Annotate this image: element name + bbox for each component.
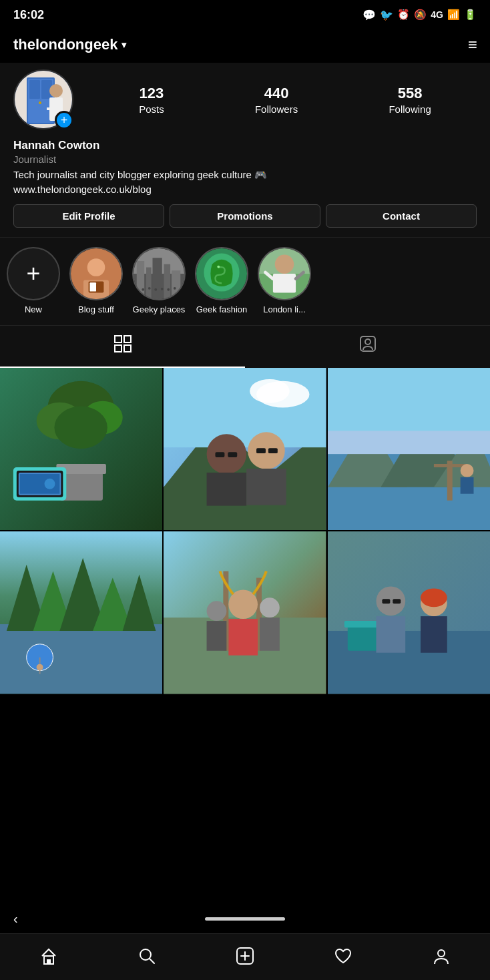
- svg-rect-10: [56, 107, 63, 110]
- story-item-new[interactable]: + New: [7, 247, 60, 314]
- edit-profile-button[interactable]: Edit Profile: [13, 204, 164, 228]
- avatar-container[interactable]: +: [13, 69, 73, 130]
- story-circle-blog: [69, 247, 123, 300]
- profile-link[interactable]: www.thelondongeek.co.uk/blog: [13, 184, 477, 195]
- svg-rect-22: [172, 270, 180, 299]
- grid-img-1: [0, 368, 162, 530]
- promotions-button[interactable]: Promotions: [170, 204, 320, 228]
- add-story-button[interactable]: +: [55, 111, 73, 130]
- search-icon: [138, 947, 156, 970]
- followers-stat[interactable]: 440 Followers: [255, 85, 298, 115]
- status-time: 16:02: [13, 8, 44, 22]
- story-circle-geeky: [132, 247, 186, 300]
- following-label: Following: [389, 103, 431, 115]
- profile-section: + 123 Posts 440 Followers 558 Following …: [0, 63, 490, 237]
- svg-rect-83: [0, 624, 162, 694]
- posts-stat[interactable]: 123 Posts: [139, 85, 164, 115]
- profile-name: Hannah Cowton: [13, 139, 477, 152]
- back-arrow-icon[interactable]: ‹: [13, 911, 18, 927]
- menu-button[interactable]: ≡: [468, 37, 477, 53]
- svg-rect-65: [207, 473, 247, 506]
- home-indicator[interactable]: [205, 917, 285, 921]
- tagged-icon: [359, 335, 377, 357]
- story-item-blog[interactable]: Blog stuff: [69, 247, 123, 314]
- svg-rect-4: [29, 80, 40, 99]
- posts-label: Posts: [139, 103, 164, 115]
- svg-rect-15: [90, 282, 97, 291]
- nav-home[interactable]: [39, 947, 58, 970]
- twitter-icon: 🐦: [380, 9, 393, 21]
- new-story-dot: [52, 292, 59, 299]
- nav-search[interactable]: [138, 947, 156, 970]
- story-item-fashion[interactable]: Geek fashion: [195, 247, 248, 314]
- grid-img-2: [164, 368, 326, 530]
- stories-row: + New Blog stuff: [7, 247, 483, 314]
- svg-point-34: [275, 255, 294, 274]
- svg-rect-102: [260, 618, 280, 651]
- story-item-geeky[interactable]: Geeky places: [132, 247, 186, 314]
- svg-rect-9: [47, 107, 53, 110]
- svg-rect-18: [137, 261, 144, 299]
- home-icon: [39, 947, 58, 970]
- svg-point-12: [87, 258, 105, 276]
- profile-icon: [432, 947, 451, 970]
- add-icon: [236, 947, 254, 970]
- svg-rect-21: [164, 264, 171, 299]
- grid-cell-3[interactable]: [328, 368, 490, 530]
- svg-rect-41: [124, 345, 131, 352]
- followers-label: Followers: [255, 103, 298, 115]
- status-bar: 16:02 💬 🐦 ⏰ 🔕 4G 📶 🔋: [0, 0, 490, 29]
- photo-grid: [0, 368, 490, 694]
- svg-point-7: [49, 84, 63, 97]
- username-dropdown[interactable]: thelondongeek ▾: [13, 36, 126, 53]
- add-story-icon: +: [26, 262, 40, 286]
- story-item-london[interactable]: London li...: [258, 247, 311, 314]
- profile-stats: 123 Posts 440 Followers 558 Following: [93, 85, 477, 115]
- grid-icon: [114, 335, 132, 357]
- svg-rect-76: [328, 368, 490, 434]
- grid-img-6: [328, 531, 490, 694]
- story-label-fashion: Geek fashion: [196, 304, 248, 314]
- grid-img-4: [0, 531, 162, 694]
- svg-point-27: [167, 288, 170, 291]
- svg-rect-20: [153, 258, 162, 299]
- nav-activity[interactable]: [334, 947, 352, 970]
- story-label-london: London li...: [263, 304, 306, 314]
- grid-cell-1[interactable]: [0, 368, 162, 530]
- profile-top: + 123 Posts 440 Followers 558 Following: [13, 69, 477, 130]
- svg-point-107: [376, 587, 405, 616]
- story-img-fashion: [196, 247, 247, 300]
- svg-point-113: [421, 589, 447, 607]
- story-circle-new: +: [7, 247, 60, 300]
- svg-rect-111: [382, 599, 390, 604]
- svg-rect-40: [115, 345, 121, 352]
- svg-point-63: [207, 434, 247, 474]
- heart-icon: [334, 947, 352, 970]
- nav-profile[interactable]: [432, 947, 451, 970]
- svg-rect-77: [328, 431, 490, 454]
- contact-button[interactable]: Contact: [326, 204, 477, 228]
- mute-icon: 🔕: [414, 9, 427, 21]
- posts-count: 123: [140, 85, 164, 102]
- svg-point-62: [250, 379, 290, 403]
- following-stat[interactable]: 558 Following: [389, 85, 431, 115]
- grid-cell-5[interactable]: [164, 531, 326, 694]
- action-buttons: Edit Profile Promotions Contact: [13, 204, 477, 228]
- svg-rect-70: [268, 448, 278, 453]
- followers-count: 440: [264, 85, 289, 102]
- tab-tagged[interactable]: [245, 326, 490, 368]
- grid-cell-6[interactable]: [328, 531, 490, 694]
- svg-point-31: [217, 266, 220, 268]
- grid-cell-2[interactable]: [164, 368, 326, 530]
- signal-icon: 📶: [447, 9, 460, 21]
- nav-add[interactable]: [236, 947, 254, 970]
- svg-point-80: [460, 464, 473, 477]
- grid-cell-4[interactable]: [0, 531, 162, 694]
- alarm-icon: ⏰: [397, 9, 410, 21]
- svg-point-23: [142, 288, 144, 291]
- svg-rect-81: [460, 477, 473, 494]
- following-count: 558: [398, 85, 423, 102]
- story-circle-london: [258, 247, 311, 300]
- whatsapp-icon: 💬: [362, 9, 376, 21]
- tab-grid[interactable]: [0, 326, 245, 368]
